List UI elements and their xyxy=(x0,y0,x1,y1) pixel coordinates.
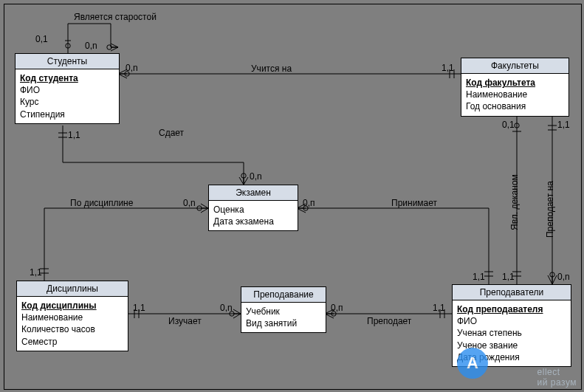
card-takes-to: 0,n xyxy=(250,171,262,182)
entity-disciplines-body: Код дисциплины Наименование Количество ч… xyxy=(17,297,128,351)
entity-teachers-body: Код преподавателя ФИО Ученая степень Уче… xyxy=(453,300,571,366)
entity-teachers-pk: Код преподавателя xyxy=(457,303,566,315)
entity-teachers-title: Преподаватели xyxy=(453,285,571,300)
attr: Учебник xyxy=(246,306,321,317)
card-studies-to: 1,1 xyxy=(442,63,454,73)
entity-disciplines-title: Дисциплины xyxy=(17,281,128,297)
card-headman-to: 0,n xyxy=(85,41,97,51)
card-dean-from: 0,1 xyxy=(502,120,515,130)
attr: Дата рождения xyxy=(457,351,566,363)
card-recv-to: 1,1 xyxy=(473,272,485,282)
attr: Вид занятий xyxy=(246,317,321,329)
attr: Семестр xyxy=(21,336,123,348)
entity-teachers: Преподаватели Код преподавателя ФИО Учен… xyxy=(452,284,571,367)
entity-faculties-title: Факультеты xyxy=(461,58,568,74)
rel-takes-label: Сдает xyxy=(159,128,184,138)
rel-studies-at-label: Учится на xyxy=(251,63,292,74)
card-learns-from: 1,1 xyxy=(133,303,145,313)
entity-disciplines-pk: Код дисциплины xyxy=(21,300,123,312)
card-teaches-from: 0,п xyxy=(331,303,343,313)
attr: Наименование xyxy=(21,312,123,323)
card-takes-from: 1,1 xyxy=(68,130,80,140)
entity-exam-title: Экзамен xyxy=(209,185,298,201)
entity-teaching: Преподавание Учебник Вид занятий xyxy=(241,286,326,333)
card-bydisc-from: 0,n xyxy=(183,198,196,208)
card-teaches-to: 1,1 xyxy=(433,303,445,313)
entity-disciplines: Дисциплины Код дисциплины Наименование К… xyxy=(16,281,128,351)
card-studies-from: 0,n xyxy=(126,63,138,73)
attr: Наименование xyxy=(466,89,564,100)
entity-faculties-body: Код факультета Наименование Год основани… xyxy=(461,74,568,116)
card-learns-to: 0,n xyxy=(220,303,233,313)
rel-learns-label: Изучает xyxy=(168,316,202,326)
entity-faculties-pk: Код факультета xyxy=(466,77,564,89)
entity-exam: Экзамен Оценка Дата экзамена xyxy=(208,185,298,231)
rel-receives-label: Принимает xyxy=(391,198,437,208)
rel-is-headman-label: Является старостой xyxy=(74,12,157,22)
entity-teaching-body: Учебник Вид занятий xyxy=(241,303,326,332)
entity-exam-body: Оценка Дата экзамена xyxy=(209,201,298,230)
diagram-canvas: Студенты Код студента ФИО Курс Стипендия… xyxy=(0,0,584,392)
rel-teaches-at-label: Преподает на xyxy=(545,181,555,238)
entity-students: Студенты Код студента ФИО Курс Стипендия xyxy=(15,53,120,124)
entity-teaching-title: Преподавание xyxy=(241,287,326,303)
attr: Год основания xyxy=(466,100,564,112)
entity-students-pk: Код студента xyxy=(20,72,114,84)
entity-students-title: Студенты xyxy=(16,54,119,69)
attr: Ученое звание xyxy=(457,340,566,351)
attr: Курс xyxy=(20,96,114,108)
rel-is-dean-label: Явл. деканом xyxy=(509,174,520,230)
entity-students-body: Код студента ФИО Курс Стипендия xyxy=(16,69,119,123)
card-teachfac-to: 0,n xyxy=(557,272,570,282)
attr: ФИО xyxy=(457,315,566,327)
rel-teaches-label: Преподает xyxy=(367,316,411,326)
attr: ФИО xyxy=(20,84,114,96)
attr: Дата экзамена xyxy=(213,216,293,227)
card-recv-from: 0,п xyxy=(303,198,315,208)
attr: Количество часов xyxy=(21,323,123,335)
attr: Оценка xyxy=(213,204,293,216)
card-headman-from: 0,1 xyxy=(35,34,48,44)
card-bydisc-to: 1,1 xyxy=(30,267,42,278)
card-dean-to: 1,1 xyxy=(502,272,515,282)
card-teachfac-from: 1,1 xyxy=(557,120,570,130)
attr: Стипендия xyxy=(20,109,114,120)
entity-faculties: Факультеты Код факультета Наименование Г… xyxy=(461,58,569,117)
rel-by-discipline-label: По дисциплине xyxy=(70,198,133,208)
attr: Ученая степень xyxy=(457,327,566,339)
